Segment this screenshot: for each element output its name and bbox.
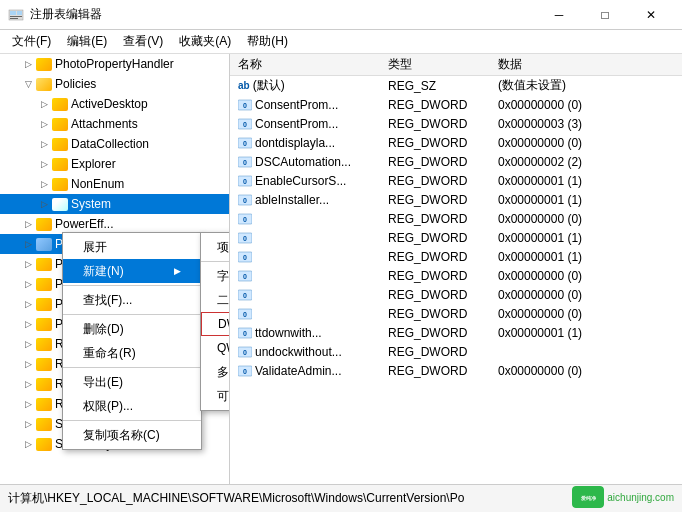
regedit-icon xyxy=(8,7,24,23)
col-data[interactable]: 数据 xyxy=(490,54,682,76)
tree-label: Policies xyxy=(55,77,96,91)
cell-data: (数值未设置) xyxy=(490,76,682,96)
value-pane: 名称 类型 数据 ab(默认)REG_SZ(数值未设置)0ConsentProm… xyxy=(230,54,682,484)
table-row[interactable]: ab(默认)REG_SZ(数值未设置) xyxy=(230,76,682,96)
svg-text:0: 0 xyxy=(243,330,247,337)
table-row[interactable]: 0REG_DWORD0x00000001 (1) xyxy=(230,247,682,266)
sub-string[interactable]: 字符串值(S) xyxy=(201,264,230,288)
cell-data: 0x00000003 (3) xyxy=(490,114,682,133)
menu-item-a[interactable]: 收藏夹(A) xyxy=(171,31,239,53)
table-row[interactable]: 0undockwithout...REG_DWORD xyxy=(230,342,682,361)
table-row[interactable]: 0dontdisplayla...REG_DWORD0x00000000 (0) xyxy=(230,133,682,152)
ctx-new[interactable]: 新建(N) xyxy=(63,259,201,283)
table-row[interactable]: 0REG_DWORD0x00000001 (1) xyxy=(230,228,682,247)
divider-2 xyxy=(63,314,201,315)
menu-item-e[interactable]: 编辑(E) xyxy=(59,31,115,53)
svg-text:爱纯净: 爱纯净 xyxy=(581,495,596,501)
folder-icon xyxy=(36,438,52,451)
tree-item-photoproperty[interactable]: ▷ PhotoPropertyHandler xyxy=(0,54,229,74)
cell-data: 0x00000000 (0) xyxy=(490,361,682,380)
tree-label: ActiveDesktop xyxy=(71,97,148,111)
ctx-find[interactable]: 查找(F)... xyxy=(63,288,201,312)
expand-icon: ▷ xyxy=(20,256,36,272)
sub-expandstring[interactable]: 可扩充字符串值(E) xyxy=(201,384,230,408)
divider-4 xyxy=(63,420,201,421)
folder-icon xyxy=(36,358,52,371)
expand-icon: ▷ xyxy=(36,136,52,152)
cell-name: ab(默认) xyxy=(230,76,380,96)
watermark-logo-box: 爱纯净 xyxy=(572,486,604,508)
table-row[interactable]: 0REG_DWORD0x00000000 (0) xyxy=(230,266,682,285)
table-row[interactable]: 0REG_DWORD0x00000000 (0) xyxy=(230,304,682,323)
cell-name: 0 xyxy=(230,266,380,285)
folder-icon xyxy=(52,198,68,211)
tree-item-attachments[interactable]: ▷ Attachments xyxy=(0,114,229,134)
col-name[interactable]: 名称 xyxy=(230,54,380,76)
cell-type: REG_DWORD xyxy=(380,171,490,190)
minimize-button[interactable]: ─ xyxy=(536,0,582,30)
sub-divider-1 xyxy=(201,261,230,262)
close-button[interactable]: ✕ xyxy=(628,0,674,30)
cell-type: REG_DWORD xyxy=(380,152,490,171)
title-bar: 注册表编辑器 ─ □ ✕ xyxy=(0,0,682,30)
folder-icon xyxy=(36,78,52,91)
table-row[interactable]: 0ValidateAdmin...REG_DWORD0x00000000 (0) xyxy=(230,361,682,380)
tree-pane[interactable]: ▷ PhotoPropertyHandler ▽ Policies ▷ Acti… xyxy=(0,54,230,484)
table-row[interactable]: 0ConsentProm...REG_DWORD0x00000000 (0) xyxy=(230,95,682,114)
cell-data: 0x00000000 (0) xyxy=(490,95,682,114)
cell-type: REG_DWORD xyxy=(380,247,490,266)
svg-text:0: 0 xyxy=(243,140,247,147)
folder-icon xyxy=(36,338,52,351)
ctx-expand[interactable]: 展开 xyxy=(63,235,201,259)
sub-qword[interactable]: QWORD (64 位值)(Q) xyxy=(201,336,230,360)
cell-name: 0undockwithout... xyxy=(230,342,380,361)
table-row[interactable]: 0EnableCursorS...REG_DWORD0x00000001 (1) xyxy=(230,171,682,190)
sub-multistring[interactable]: 多字符串值(M) xyxy=(201,360,230,384)
tree-item-nonenum[interactable]: ▷ NonEnum xyxy=(0,174,229,194)
table-row[interactable]: 0ConsentProm...REG_DWORD0x00000003 (3) xyxy=(230,114,682,133)
cell-type: REG_DWORD xyxy=(380,228,490,247)
table-row[interactable]: 0REG_DWORD0x00000000 (0) xyxy=(230,209,682,228)
cell-data: 0x00000000 (0) xyxy=(490,133,682,152)
svg-text:0: 0 xyxy=(243,273,247,280)
ctx-rename[interactable]: 重命名(R) xyxy=(63,341,201,365)
tree-item-system[interactable]: ▷ System xyxy=(0,194,229,214)
table-row[interactable]: 0ttdownwith...REG_DWORD0x00000001 (1) xyxy=(230,323,682,342)
cell-name: 0EnableCursorS... xyxy=(230,171,380,190)
ctx-permissions[interactable]: 权限(P)... xyxy=(63,394,201,418)
tree-label: DataCollection xyxy=(71,137,149,151)
menu-item-h[interactable]: 帮助(H) xyxy=(239,31,296,53)
sub-key[interactable]: 项(K) xyxy=(201,235,230,259)
watermark-container: 爱纯净 aichunjing.com xyxy=(572,486,674,508)
tree-item-datacollection[interactable]: ▷ DataCollection xyxy=(0,134,229,154)
menu-item-f[interactable]: 文件(F) xyxy=(4,31,59,53)
tree-label: PhotoPropertyHandler xyxy=(55,57,174,71)
tree-item-policies[interactable]: ▽ Policies xyxy=(0,74,229,94)
tree-item-powereff[interactable]: ▷ PowerEff... xyxy=(0,214,229,234)
col-type[interactable]: 类型 xyxy=(380,54,490,76)
sub-dword[interactable]: DWORD (32 位值)(D) xyxy=(201,312,230,336)
tree-item-explorer[interactable]: ▷ Explorer xyxy=(0,154,229,174)
cell-name: 0ConsentProm... xyxy=(230,95,380,114)
title-text: 注册表编辑器 xyxy=(30,6,102,23)
ctx-delete[interactable]: 删除(D) xyxy=(63,317,201,341)
cell-data: 0x00000001 (1) xyxy=(490,323,682,342)
sub-binary[interactable]: 二进制值(B) xyxy=(201,288,230,312)
cell-data: 0x00000001 (1) xyxy=(490,190,682,209)
tree-item-activedesktop[interactable]: ▷ ActiveDesktop xyxy=(0,94,229,114)
cell-data: 0x00000002 (2) xyxy=(490,152,682,171)
maximize-button[interactable]: □ xyxy=(582,0,628,30)
ctx-copy[interactable]: 复制项名称(C) xyxy=(63,423,201,447)
expand-icon: ▷ xyxy=(20,396,36,412)
expand-icon: ▷ xyxy=(20,436,36,452)
table-row[interactable]: 0REG_DWORD0x00000000 (0) xyxy=(230,285,682,304)
table-row[interactable]: 0ableInstaller...REG_DWORD0x00000001 (1) xyxy=(230,190,682,209)
cell-name: 0DSCAutomation... xyxy=(230,152,380,171)
watermark-logo-svg: 爱纯净 xyxy=(572,486,604,508)
table-row[interactable]: 0DSCAutomation...REG_DWORD0x00000002 (2) xyxy=(230,152,682,171)
cell-data: 0x00000000 (0) xyxy=(490,266,682,285)
cell-data: 0x00000000 (0) xyxy=(490,209,682,228)
menu-item-v[interactable]: 查看(V) xyxy=(115,31,171,53)
svg-rect-1 xyxy=(10,11,16,15)
ctx-export[interactable]: 导出(E) xyxy=(63,370,201,394)
